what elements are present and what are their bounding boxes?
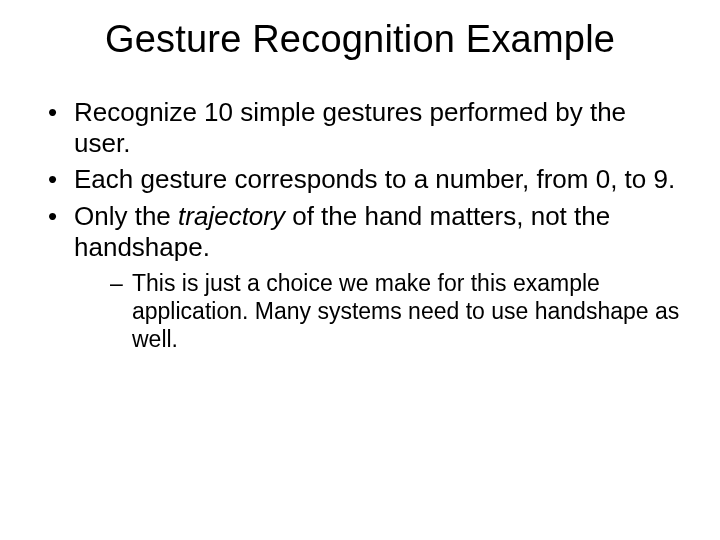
slide: Gesture Recognition Example Recognize 10… <box>0 0 720 540</box>
bullet-item: Only the trajectory of the hand matters,… <box>48 201 680 353</box>
bullet-list: Recognize 10 simple gestures performed b… <box>40 97 680 353</box>
sub-bullet-text: This is just a choice we make for this e… <box>132 270 679 351</box>
bullet-text: Recognize 10 simple gestures performed b… <box>74 97 626 158</box>
sub-bullet-item: This is just a choice we make for this e… <box>110 270 680 353</box>
slide-title: Gesture Recognition Example <box>40 18 680 61</box>
bullet-text: Each gesture corresponds to a number, fr… <box>74 164 675 194</box>
bullet-item: Recognize 10 simple gestures performed b… <box>48 97 680 158</box>
sub-bullet-list: This is just a choice we make for this e… <box>74 270 680 353</box>
bullet-text-emphasis: trajectory <box>178 201 285 231</box>
bullet-text-pre: Only the <box>74 201 178 231</box>
bullet-item: Each gesture corresponds to a number, fr… <box>48 164 680 195</box>
